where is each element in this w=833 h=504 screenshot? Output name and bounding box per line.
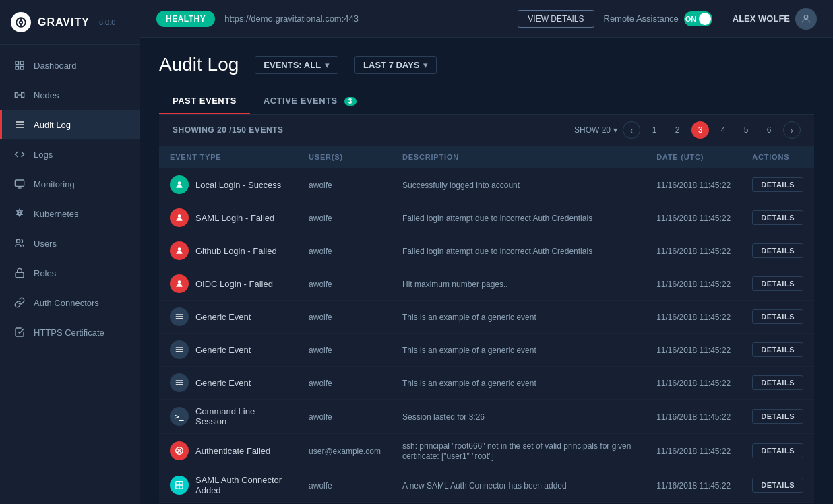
event-description: Failed login attempt due to incorrect Au… — [392, 201, 646, 234]
svg-rect-5 — [20, 61, 24, 65]
details-button[interactable]: DETAILS — [752, 309, 803, 324]
sidebar-item-nodes[interactable]: Nodes — [0, 80, 140, 110]
details-button[interactable]: DETAILS — [752, 375, 803, 390]
users-icon — [13, 237, 26, 249]
user-avatar[interactable] — [795, 8, 817, 30]
kubernetes-icon — [13, 208, 26, 220]
col-event-type: EVENT TYPE — [159, 146, 298, 168]
event-icon — [170, 274, 189, 293]
event-user: awolfe — [298, 468, 392, 503]
event-type-cell: Generic Event — [159, 301, 298, 334]
table-row: SAML Login - Failed awolfe Failed login … — [159, 201, 814, 234]
sidebar-item-roles[interactable]: Roles — [0, 258, 140, 288]
sidebar-item-kubernetes[interactable]: Kubernetes — [0, 199, 140, 228]
sidebar-item-logs[interactable]: Logs — [0, 139, 140, 169]
event-actions: DETAILS — [741, 168, 814, 201]
dashboard-icon — [13, 59, 26, 71]
pagination-page-6[interactable]: 6 — [760, 121, 778, 139]
table-row: Generic Event awolfe This is an example … — [159, 334, 814, 367]
sidebar-item-auth-connectors[interactable]: Auth Connectors — [0, 288, 140, 317]
event-type-cell: SAML Auth Connector Added — [159, 468, 298, 503]
user-name: ALEX WOLFE — [733, 13, 790, 24]
roles-icon — [13, 267, 26, 279]
pagination-next-button[interactable]: › — [783, 121, 801, 139]
filter-events-dropdown[interactable]: EVENTS: ALL ▾ — [255, 56, 338, 74]
event-name: Local Login - Success — [195, 180, 281, 190]
event-type-cell: Generic Event — [159, 367, 298, 400]
sidebar-item-label: Users — [34, 239, 57, 249]
health-status-badge: HEALTHY — [156, 11, 215, 27]
auth-connectors-icon — [13, 296, 26, 309]
event-name: OIDC Login - Failed — [195, 279, 273, 289]
event-date: 11/16/2018 11:45:22 — [646, 234, 741, 267]
pagination-prev-button[interactable]: ‹ — [623, 121, 640, 139]
sidebar-item-audit-log[interactable]: Audit Log — [0, 110, 140, 139]
event-name: Github Login - Failed — [195, 246, 277, 256]
svg-point-21 — [178, 181, 181, 185]
details-button[interactable]: DETAILS — [752, 243, 803, 258]
event-type-cell: Authenticate Failed — [159, 434, 298, 468]
event-type-cell: >_ Command Line Session — [159, 400, 298, 434]
event-actions: DETAILS — [741, 301, 814, 334]
details-button[interactable]: DETAILS — [752, 478, 803, 493]
event-description: Session lasted for 3:26 — [392, 400, 646, 434]
event-description: Failed login attempt due to incorrect Au… — [392, 234, 646, 267]
event-actions: DETAILS — [741, 367, 814, 400]
event-name: Generic Event — [195, 345, 251, 355]
svg-rect-19 — [16, 272, 24, 277]
event-user: awolfe — [298, 267, 392, 301]
details-button[interactable]: DETAILS — [752, 210, 803, 225]
event-date: 11/16/2018 11:45:22 — [646, 367, 741, 400]
event-name: Generic Event — [195, 312, 251, 322]
details-button[interactable]: DETAILS — [752, 276, 803, 291]
sidebar-item-label: Audit Log — [34, 120, 71, 130]
event-description: ssh: principal "root666" not in the set … — [392, 434, 646, 468]
table-row: OIDC Login - Failed awolfe Hit maximum n… — [159, 267, 814, 301]
event-description: Successfully logged into account — [392, 168, 646, 201]
pagination-page-5[interactable]: 5 — [737, 121, 755, 139]
details-button[interactable]: DETAILS — [752, 443, 803, 458]
view-details-button[interactable]: VIEW DETAILS — [518, 10, 594, 28]
event-icon — [170, 307, 189, 326]
chevron-down-icon: ▾ — [613, 125, 617, 135]
table-row: SAML Auth Connector Added awolfe A new S… — [159, 468, 814, 503]
show-count-dropdown[interactable]: SHOW 20 ▾ — [574, 125, 617, 135]
event-actions: DETAILS — [741, 267, 814, 301]
main-content: HEALTHY https://demo.gravitational.com:4… — [140, 0, 833, 504]
svg-rect-4 — [16, 61, 19, 65]
sidebar-item-label: Auth Connectors — [34, 298, 99, 308]
event-date: 11/16/2018 11:45:22 — [646, 434, 741, 468]
filter-time-dropdown[interactable]: LAST 7 DAYS ▾ — [354, 56, 437, 74]
remote-assistance-toggle[interactable]: ON — [684, 11, 712, 26]
event-date: 11/16/2018 11:45:22 — [646, 301, 741, 334]
event-icon — [170, 340, 189, 359]
sidebar-item-label: Logs — [34, 150, 53, 160]
event-actions: DETAILS — [741, 400, 814, 434]
sidebar-item-monitoring[interactable]: Monitoring — [0, 169, 140, 199]
pagination-page-2[interactable]: 2 — [669, 121, 686, 139]
table-container: SHOWING 20 /150 EVENTS SHOW 20 ▾ ‹ 1 2 3… — [159, 115, 814, 504]
event-icon — [170, 175, 189, 194]
sidebar-item-users[interactable]: Users — [0, 228, 140, 258]
pagination-page-4[interactable]: 4 — [714, 121, 732, 139]
event-type-cell: SAML Login - Failed — [159, 201, 298, 234]
event-user: awolfe — [298, 301, 392, 334]
event-actions: DETAILS — [741, 434, 814, 468]
event-user: awolfe — [298, 334, 392, 367]
details-button[interactable]: DETAILS — [752, 342, 803, 357]
monitoring-icon — [13, 178, 26, 190]
tab-active-events[interactable]: ACTIVE EVENTS 3 — [250, 89, 370, 114]
event-actions: DETAILS — [741, 201, 814, 234]
tab-past-events[interactable]: PAST EVENTS — [159, 89, 250, 114]
sidebar-item-dashboard[interactable]: Dashboard — [0, 51, 140, 80]
sidebar-item-https-certificate[interactable]: HTTPS Certificate — [0, 317, 140, 347]
event-actions: DETAILS — [741, 234, 814, 267]
logs-icon — [13, 148, 26, 160]
pagination-page-3[interactable]: 3 — [691, 121, 709, 139]
pagination-page-1[interactable]: 1 — [646, 121, 663, 139]
details-button[interactable]: DETAILS — [752, 409, 803, 424]
event-user: user@example.com — [298, 434, 392, 468]
col-actions: ACTIONS — [741, 146, 814, 168]
details-button[interactable]: DETAILS — [752, 177, 803, 192]
sidebar-nav: Dashboard Nodes Audit Log Logs Monitorin… — [0, 45, 140, 504]
